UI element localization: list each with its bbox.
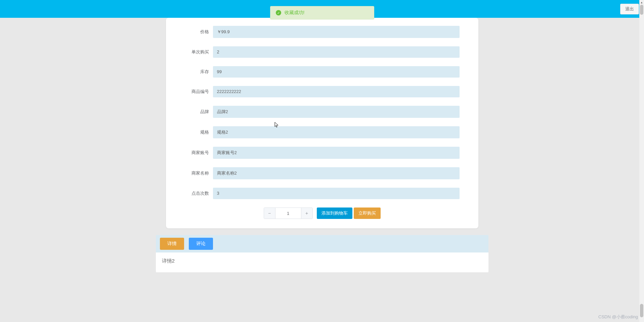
toast-message: 收藏成功! (285, 10, 305, 16)
vertical-scrollbar[interactable]: ▲ (639, 0, 644, 272)
row-brand: 品牌 品牌2 (185, 106, 460, 118)
check-circle-icon: ✓ (276, 10, 281, 15)
row-click-count: 点击次数 3 (185, 188, 460, 199)
action-bar: − + 添加到购物车 立即购买 (185, 208, 460, 219)
value-merchant-name: 商家名称2 (213, 167, 460, 179)
success-toast: ✓ 收藏成功! (270, 6, 374, 19)
main-content: 价格 ￥99.9 单次购买 2 库存 99 商品编号 2222222222 品牌… (63, 18, 581, 272)
label-stock: 库存 (185, 69, 213, 75)
quantity-decrease-button[interactable]: − (264, 208, 275, 219)
value-single-buy: 2 (213, 46, 460, 58)
row-spec: 规格 规格2 (185, 126, 460, 138)
row-price: 价格 ￥99.9 (185, 26, 460, 38)
label-merchant-account: 商家账号 (185, 150, 213, 156)
value-stock: 99 (213, 66, 460, 78)
value-merchant-account: 商家账号2 (213, 147, 460, 159)
label-price: 价格 (185, 29, 213, 35)
row-merchant-name: 商家名称 商家名称2 (185, 167, 460, 179)
scrollbar-thumb-top[interactable] (640, 5, 643, 15)
logout-button[interactable]: 退出 (620, 4, 639, 14)
minus-icon: − (268, 211, 271, 216)
value-spec: 规格2 (213, 126, 460, 138)
buy-now-button[interactable]: 立即购买 (354, 208, 381, 219)
label-product-no: 商品编号 (185, 89, 213, 95)
label-single-buy: 单次购买 (185, 49, 213, 55)
product-detail-card: 价格 ￥99.9 单次购买 2 库存 99 商品编号 2222222222 品牌… (166, 18, 478, 228)
row-product-no: 商品编号 2222222222 (185, 86, 460, 97)
label-brand: 品牌 (185, 109, 213, 115)
row-stock: 库存 99 (185, 66, 460, 78)
quantity-increase-button[interactable]: + (301, 208, 312, 219)
tab-comment[interactable]: 评论 (189, 238, 213, 250)
scroll-up-icon: ▲ (639, 0, 644, 5)
value-price: ￥99.9 (213, 26, 460, 38)
app-header: ✓ 收藏成功! 退出 (0, 0, 644, 18)
quantity-stepper: − + (264, 208, 313, 219)
tab-content-detail: 详情2 (156, 252, 488, 272)
value-brand: 品牌2 (213, 106, 460, 118)
value-click-count: 3 (213, 188, 460, 199)
tabs-panel: 详情 评论 详情2 (156, 235, 488, 272)
row-single-buy: 单次购买 2 (185, 46, 460, 58)
tabs-header: 详情 评论 (156, 235, 488, 252)
value-product-no: 2222222222 (213, 86, 460, 97)
label-merchant-name: 商家名称 (185, 170, 213, 176)
label-click-count: 点击次数 (185, 190, 213, 196)
row-merchant-account: 商家账号 商家账号2 (185, 147, 460, 159)
quantity-input[interactable] (275, 208, 301, 219)
label-spec: 规格 (185, 129, 213, 135)
tab-detail[interactable]: 详情 (160, 238, 184, 250)
plus-icon: + (305, 211, 308, 216)
add-to-cart-button[interactable]: 添加到购物车 (317, 208, 352, 219)
